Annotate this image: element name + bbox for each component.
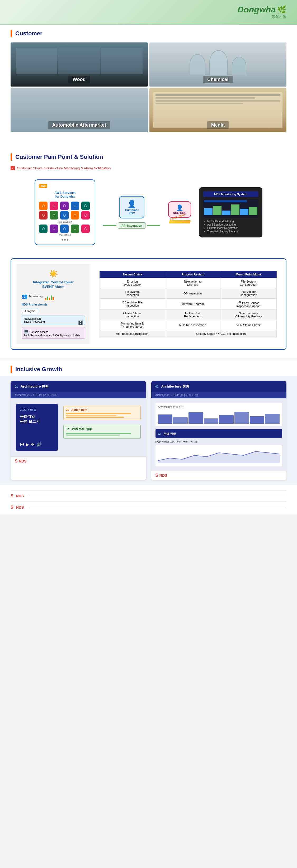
system-check-table: System Check Process Restart Mount Point…: [99, 271, 277, 337]
next-icon[interactable]: ⏭: [31, 442, 35, 447]
inclusive-title: Inclusive Growth: [15, 366, 62, 373]
cell-5-1: Monitoring Item &Threshold Re-set: [100, 320, 165, 330]
bar3: [49, 298, 50, 300]
action-item-label: Action Item: [71, 408, 87, 411]
play-icon[interactable]: ▶: [26, 442, 29, 447]
svc-icon-3: ⬡: [60, 202, 69, 210]
svc-icon-7: ⬡: [50, 211, 58, 219]
nds-logo-bottom-2: S: [10, 505, 13, 510]
action-item-box: 01 Action Item: [63, 406, 141, 420]
nds-professionals-label: NDS Professionals: [22, 303, 85, 306]
svc-icon-1: ⬡: [39, 202, 48, 210]
report-header-1: 01 Architecture 현황: [10, 381, 146, 392]
customer-card-wood: Wood: [10, 42, 148, 87]
auto-label: Automobile Aftermarket: [48, 121, 110, 129]
aws-title: AWS Servicesfor Dongwha: [39, 191, 91, 198]
analysis-box: Analysis: [22, 308, 38, 314]
bar2: [47, 297, 48, 300]
api-label: API Integration: [118, 222, 145, 229]
svc-icon-11: ⬡: [39, 224, 48, 233]
nds-logo-bottom-1: S: [10, 494, 13, 498]
inclusive-section-header: Inclusive Growth: [0, 361, 297, 376]
svc-icon-4: ⬡: [71, 202, 79, 210]
alarm-icon: ☀️: [49, 270, 58, 278]
nds-row-1: S NDS: [10, 494, 287, 498]
aws-map-label: AWS MAP 현황: [71, 427, 92, 431]
monitoring-label: Monitoring: [29, 295, 42, 298]
divider-2: [10, 501, 287, 502]
logo-sub: 동화기업: [238, 14, 287, 19]
pain-subtitle: ✓ Customer Cloud Infrastructure Monitori…: [10, 166, 287, 170]
nds-row-2: S NDS: [10, 505, 287, 510]
report-sub-1: Architecture → ERP (최종납기 기준): [15, 394, 58, 397]
check-icon: ✓: [10, 166, 15, 170]
report-sub-2: Architecture → ERP (최종납기 기준): [155, 394, 198, 397]
customer-poc-label: CustomerPOC: [125, 209, 138, 215]
db-icon: 🗄️: [78, 320, 83, 325]
analysis-area: Analysis Knowledge DBBased Processing 🗄️: [22, 308, 85, 325]
computer-icon: 💻: [24, 329, 29, 334]
customer-section: Wood Chemical Automobile Aftermarket: [0, 40, 297, 140]
page-header: Dongwha 🌿 동화기업: [0, 0, 297, 25]
logo-text: Dongwha: [238, 5, 276, 14]
left-panel: ☀️ Integrated Control TowerEVENT Alarm 👥…: [17, 264, 90, 344]
svc-icon-6: ⬡: [39, 211, 48, 219]
nds-text-1: NDS: [16, 494, 24, 498]
knowledge-label: Knowledge DBBased Processing: [24, 317, 45, 323]
table-row: Error logSyslog Check Take action toErro…: [100, 278, 277, 288]
bar4: [51, 296, 52, 300]
nds-monitoring-box: NDS Monitoring System Metric Data Monito…: [199, 187, 262, 238]
cell-3-2: Firmware Upgrade: [165, 299, 220, 310]
media-label: Media: [207, 121, 229, 129]
cell-6-1: AMI Backup & Inspection: [100, 330, 165, 337]
table-row: Cluster StatusInspection Failure PartRep…: [100, 309, 277, 320]
nds-logo-2: S: [155, 473, 158, 477]
col-header-3: Mount Point Mgmt: [220, 271, 277, 278]
svc-icon-13: ⬡: [60, 224, 69, 233]
report-title-2: Architecture 현황: [161, 384, 189, 389]
cell-4-2: Failure PartReplacement: [165, 309, 220, 320]
pain-section: ✓ Customer Cloud Infrastructure Monitori…: [0, 163, 297, 258]
nds-line-2: [29, 507, 287, 507]
wood-label: Wood: [68, 76, 90, 83]
customer-poc-icon: 👤: [125, 200, 138, 209]
table-row: DB Archive FileInspection Firmware Upgra…: [100, 299, 277, 310]
svg-marker-0: [158, 452, 280, 463]
report-card-1: 01 Architecture 현황 Architecture → ERP (최…: [10, 381, 146, 480]
pain-section-header: Customer Pain Point & Solution: [0, 148, 297, 163]
svc-icon-9: ⬡: [71, 211, 79, 219]
bullet-4: Threshold Setting & Alarm: [207, 230, 259, 233]
cell-4-1: Cluster StatusInspection: [100, 309, 165, 320]
cell-1-1: Error logSyslog Check: [100, 278, 165, 288]
speaker-icon[interactable]: 🔊: [36, 442, 42, 447]
customer-grid: Wood Chemical Automobile Aftermarket: [10, 42, 287, 132]
cell-3-3: 3rd Party ServiceInspection Support: [220, 299, 277, 310]
system-diagram-wrapper: ☀️ Integrated Control TowerEVENT Alarm 👥…: [0, 258, 297, 358]
monitoring-row: 👥 Monitoring: [22, 292, 85, 300]
mini-chart: [45, 292, 54, 300]
bullet-3: Custom Index Registration: [207, 227, 259, 229]
cell-5-3: VPN Status Check: [220, 320, 277, 330]
svc-icon-15: ⬡: [81, 224, 90, 233]
dot-1: [61, 239, 63, 241]
svc-icon-2: ⬡: [50, 202, 58, 210]
bullet-1: Metric Data Monitoring: [207, 220, 259, 223]
prev-icon[interactable]: ⏮: [20, 442, 24, 447]
report-title-1: Architecture 현황: [21, 384, 49, 389]
aws-map-box: 02 AWS MAP 현황: [63, 425, 141, 439]
bar1: [45, 298, 47, 300]
svc-icon-5: ⬡: [81, 202, 90, 210]
aws-logo: aws: [39, 184, 47, 188]
cell-3-1: DB Archive FileInspection: [100, 299, 165, 310]
nds-text-2: NDS: [16, 505, 24, 509]
console-box: 💻 Console AccessEach Service Monitoring …: [22, 327, 85, 339]
report-container: 01 Architecture 현황 Architecture → ERP (최…: [0, 376, 297, 485]
inclusive-bar: [10, 366, 12, 373]
svc-icon-14: ⬡: [71, 224, 79, 233]
logo-leaf-icon: 🌿: [277, 5, 287, 14]
analysis-label: Analysis: [25, 309, 35, 313]
dot-2: [64, 239, 66, 241]
cell-2-3: Disk volumeConfiguration: [220, 288, 277, 299]
table-row: File systemInspection OS Inspection Disk…: [100, 288, 277, 299]
cloudwatch-label: CloudWatch: [39, 221, 91, 223]
